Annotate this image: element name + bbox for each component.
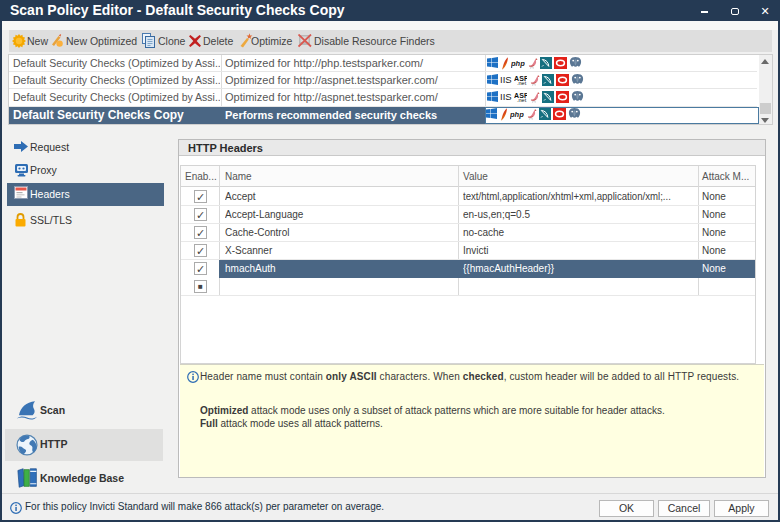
svg-text:php: php: [511, 59, 525, 68]
svg-text:.net: .net: [517, 80, 527, 85]
svg-text:.net: .net: [517, 97, 527, 102]
svg-text:php: php: [510, 110, 524, 119]
svg-text:IIS: IIS: [500, 91, 512, 102]
svg-text:IIS: IIS: [500, 74, 512, 85]
